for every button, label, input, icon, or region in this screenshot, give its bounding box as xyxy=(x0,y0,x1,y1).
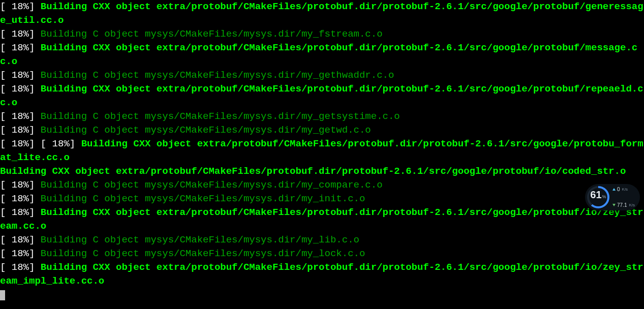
download-unit: K/s xyxy=(629,198,635,212)
build-percent-bracket: [ 18%] [ 18%] xyxy=(0,138,75,149)
speed-percent-value: 61 xyxy=(590,188,601,202)
terminal-line: [ 18%] Building CXX object extra/protobu… xyxy=(0,262,643,287)
terminal-cursor xyxy=(0,290,5,300)
terminal-output[interactable]: [ 18%] Building CXX object extra/protobu… xyxy=(0,0,644,302)
build-message: Building CXX object extra/protobuf/CMake… xyxy=(0,262,643,287)
build-percent-bracket: [ 18%] xyxy=(0,1,35,12)
build-message: Building CXX object extra/protobuf/CMake… xyxy=(0,166,626,177)
terminal-line: [ 18%] Building C object mysys/CMakeFile… xyxy=(0,28,383,40)
build-percent-bracket: [ 18%] xyxy=(0,70,35,81)
build-message: Building C object mysys/CMakeFiles/mysys… xyxy=(41,193,365,204)
download-arrow-icon xyxy=(612,204,616,206)
build-message: Building C object mysys/CMakeFiles/mysys… xyxy=(41,179,383,191)
terminal-line: Building CXX object extra/protobuf/CMake… xyxy=(0,166,626,177)
terminal-line: [ 18%] Building C object mysys/CMakeFile… xyxy=(0,234,359,245)
build-percent-bracket: [ 18%] xyxy=(0,83,35,95)
build-percent-bracket: [ 18%] xyxy=(0,28,35,40)
build-message: Building CXX object extra/protobuf/CMake… xyxy=(0,207,643,232)
terminal-line: [ 18%] Building CXX object extra/protobu… xyxy=(0,1,643,26)
terminal-line: [ 18%] Building CXX object extra/protobu… xyxy=(0,42,637,67)
download-rate: 77.1K/s xyxy=(612,198,635,212)
build-message: Building CXX object extra/protobuf/CMake… xyxy=(0,83,643,108)
build-message: Building C object mysys/CMakeFiles/mysys… xyxy=(41,234,359,245)
terminal-line: [ 18%] Building C object mysys/CMakeFile… xyxy=(0,193,365,204)
build-message: Building C object mysys/CMakeFiles/mysys… xyxy=(41,111,400,122)
download-value: 77.1 xyxy=(617,198,627,212)
network-speed-widget[interactable]: 61 % 0K/s 77.1K/s xyxy=(585,184,640,210)
build-percent-bracket: [ 18%] xyxy=(0,248,35,259)
upload-value: 0 xyxy=(617,182,620,196)
build-percent-bracket: [ 18%] xyxy=(0,125,35,136)
terminal-line: [ 18%] Building C object mysys/CMakeFile… xyxy=(0,70,394,81)
speed-gauge-inner: 61 % xyxy=(589,188,607,206)
terminal-line: [ 18%] [ 18%] Building CXX object extra/… xyxy=(0,138,643,163)
build-message: Building C object mysys/CMakeFiles/mysys… xyxy=(41,248,365,259)
terminal-line: [ 18%] Building C object mysys/CMakeFile… xyxy=(0,248,365,259)
build-percent-bracket: [ 18%] xyxy=(0,207,35,218)
build-percent-bracket: [ 18%] xyxy=(0,262,35,273)
build-message: Building CXX object extra/protobuf/CMake… xyxy=(0,138,643,163)
build-percent-bracket: [ 18%] xyxy=(0,179,35,191)
terminal-line: [ 18%] Building CXX object extra/protobu… xyxy=(0,207,643,232)
build-percent-bracket: [ 18%] xyxy=(0,234,35,245)
build-message: Building CXX object extra/protobuf/CMake… xyxy=(0,1,643,26)
speed-percent-unit: % xyxy=(602,190,606,204)
build-message: Building C object mysys/CMakeFiles/mysys… xyxy=(41,70,394,81)
build-percent-bracket: [ 18%] xyxy=(0,111,35,122)
terminal-line: [ 18%] Building CXX object extra/protobu… xyxy=(0,83,643,108)
terminal-line: [ 18%] Building C object mysys/CMakeFile… xyxy=(0,125,371,136)
upload-unit: K/s xyxy=(622,182,628,196)
speed-rates: 0K/s 77.1K/s xyxy=(612,182,635,212)
build-message: Building CXX object extra/protobuf/CMake… xyxy=(0,42,637,67)
build-message: Building C object mysys/CMakeFiles/mysys… xyxy=(41,125,371,136)
build-message: Building C object mysys/CMakeFiles/mysys… xyxy=(41,28,383,40)
upload-rate: 0K/s xyxy=(612,182,635,196)
terminal-line: [ 18%] Building C object mysys/CMakeFile… xyxy=(0,179,383,191)
upload-arrow-icon xyxy=(612,188,616,191)
speed-gauge-ring: 61 % xyxy=(587,186,609,208)
build-percent-bracket: [ 18%] xyxy=(0,42,35,53)
build-percent-bracket: [ 18%] xyxy=(0,193,35,204)
terminal-line: [ 18%] Building C object mysys/CMakeFile… xyxy=(0,111,400,122)
